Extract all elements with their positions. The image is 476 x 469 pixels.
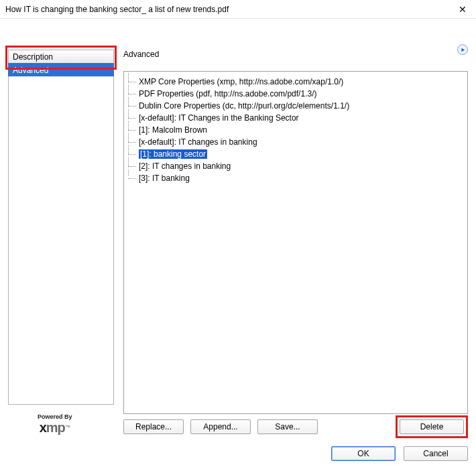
panel-heading: Advanced (123, 50, 159, 59)
replace-button[interactable]: Replace... (123, 419, 184, 434)
tree-item[interactable]: [2]: IT changes in banking (128, 160, 465, 172)
dialog-button-row: OK Cancel (331, 445, 468, 462)
tree-item[interactable]: [x-default]: IT Changes in the Banking S… (128, 112, 465, 124)
append-button[interactable]: Append... (190, 419, 251, 434)
tree-item[interactable]: Dublin Core Properties (dc, http://purl.… (128, 100, 465, 112)
powered-by-xmp: Powered By xmp™ (38, 413, 72, 436)
tab-advanced[interactable]: Advanced (8, 63, 114, 76)
highlight-delete-button: Delete (396, 415, 468, 438)
tree-item[interactable]: [3]: IT banking (128, 172, 465, 184)
xmp-logo: xmp™ (38, 420, 72, 436)
save-button[interactable]: Save... (257, 419, 318, 434)
tree-item[interactable]: XMP Core Properties (xmp, http://ns.adob… (128, 76, 465, 88)
cancel-button[interactable]: Cancel (404, 446, 468, 461)
tree-item[interactable]: [x-default]: IT changes in banking (128, 136, 465, 148)
powered-by-label: Powered By (38, 413, 72, 420)
window-title: How IT is changing the banking sector_ a… (5, 5, 455, 14)
sidebar-panel (8, 76, 114, 405)
play-icon[interactable] (457, 44, 468, 55)
tree-item-selected[interactable]: [1]: banking sector (128, 148, 465, 160)
tab-label: Advanced (13, 66, 48, 75)
properties-tree[interactable]: XMP Core Properties (xmp, http://ns.adob… (123, 71, 468, 414)
tab-label: Description (13, 52, 53, 62)
tab-description[interactable]: Description (8, 50, 114, 63)
tree-item[interactable]: [1]: Malcolm Brown (128, 124, 465, 136)
titlebar: How IT is changing the banking sector_ a… (0, 0, 476, 19)
delete-button[interactable]: Delete (400, 419, 464, 434)
ok-button[interactable]: OK (331, 446, 396, 461)
action-button-row: Replace... Append... Save... Delete (123, 418, 468, 436)
tree-item[interactable]: PDF Properties (pdf, http://ns.adobe.com… (128, 88, 465, 100)
sidebar: Description Advanced (8, 50, 114, 405)
close-icon[interactable]: ✕ (455, 4, 471, 15)
svg-marker-0 (461, 48, 465, 52)
